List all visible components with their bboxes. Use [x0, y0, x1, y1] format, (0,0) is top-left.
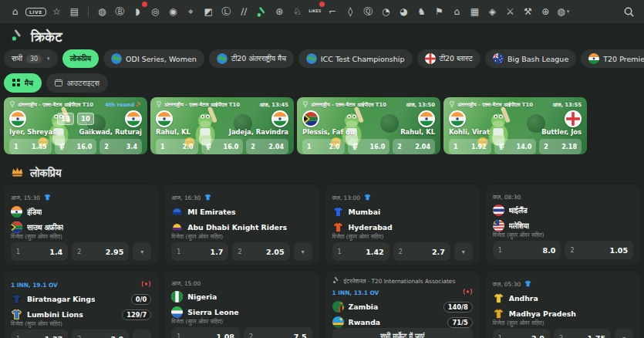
penalty-icon[interactable]: ▦: [467, 4, 482, 19]
match-card[interactable]: इंडिया · Syed Mushtaq Ali Trophyकल, 05:3…: [486, 271, 640, 338]
odds-button[interactable]: 11.42: [332, 242, 389, 261]
odds-button[interactable]: 21.75: [554, 329, 611, 338]
odds-button[interactable]: 11.4: [11, 242, 68, 261]
more-odds-dropdown[interactable]: ▾: [294, 242, 312, 261]
match-card[interactable]: इंटरनेशनल · T20 Internationals Associate…: [164, 271, 319, 338]
filter-chip[interactable]: टी20 अंतरराष्ट्रीय मैच: [209, 49, 294, 68]
more-odds-dropdown[interactable]: ▾: [454, 242, 473, 261]
bet-slips-icon[interactable]: ▤: [67, 4, 82, 19]
more-odds-dropdown[interactable]: ▾: [133, 242, 151, 261]
league-of-legends-icon[interactable]: Ⓛ: [219, 4, 234, 19]
match-card[interactable]: यूनाइटेड अरब एमिरेट्स · International Le…: [164, 184, 319, 265]
basketball-icon[interactable]: ◉: [166, 4, 180, 19]
lacrosse-icon[interactable]: ∕∕: [237, 4, 251, 19]
live-match-card[interactable]: अंतरराष्ट्रीय - एक्स-बैटल आईपीएल T10आज, …: [150, 97, 294, 154]
odds-button[interactable]: 11.92: [449, 139, 491, 154]
counter-strike-icon[interactable]: ⌖: [184, 4, 198, 19]
cyber-games-icon[interactable]: Ⓑ: [113, 4, 127, 19]
match-card[interactable]: Nepal · T20 Premier League1 INN, 19.1 OV…: [4, 271, 158, 338]
racing-flag-icon[interactable]: ⚑: [432, 4, 447, 19]
odds-button[interactable]: 11.37: [11, 330, 68, 338]
card-status-row: आज, 16:30: [171, 194, 312, 202]
filter-chip[interactable]: ODI Series, Women: [103, 49, 204, 68]
all-markets-button[interactable]: सभी मार्केट में जाएं: [332, 328, 473, 338]
tag-games-icon[interactable]: ◊: [343, 4, 358, 19]
tennis-icon[interactable]: ◎: [148, 4, 163, 19]
filter-chip[interactable]: Big Bash League: [485, 49, 576, 68]
arm-wrestling-icon[interactable]: ⚒: [521, 4, 535, 19]
tab-matches[interactable]: मैच: [4, 73, 42, 93]
odds-button[interactable]: 22.04: [246, 139, 288, 154]
match-status: आज, 13:45: [259, 102, 288, 108]
odds-button[interactable]: 11.7: [171, 242, 228, 261]
more-sports-icon[interactable]: ◍▾: [556, 4, 571, 19]
cricket-icon[interactable]: [255, 4, 269, 19]
filter-chip[interactable]: टी20 ब्लास्ट: [417, 49, 481, 68]
live-match-card[interactable]: अंतरराष्ट्रीय - एक्स-बैटल आईपीएल T104th …: [4, 97, 147, 154]
odds-button[interactable]: 22.05: [232, 242, 289, 261]
football-icon[interactable]: ◍: [95, 4, 110, 19]
home-icon[interactable]: ⌂: [8, 4, 22, 19]
odds-button[interactable]: ड्रॉ16.0: [55, 139, 97, 154]
odds-button[interactable]: 12.0: [302, 139, 345, 154]
odds-button[interactable]: 18.0: [493, 241, 561, 259]
field-hockey-icon[interactable]: ⌐: [325, 4, 340, 19]
table-tennis-icon[interactable]: ◔: [379, 4, 393, 19]
odds-button[interactable]: 22.18: [539, 139, 582, 154]
ice-hockey-icon[interactable]: ◩: [201, 4, 216, 19]
team-name: साउथ अफ्रीका: [27, 223, 63, 232]
odds-button[interactable]: 22.9: [72, 330, 129, 338]
likes-icon[interactable]: LIKES: [308, 4, 322, 19]
odds-button[interactable]: 22.04: [393, 139, 435, 154]
more-odds-dropdown[interactable]: ▾: [133, 330, 151, 338]
live-match-card[interactable]: अंतरराष्ट्रीय - एक्स-बैटल आईपीएल T10आज, …: [443, 97, 587, 154]
volleyball-icon[interactable]: ⊛: [272, 4, 287, 19]
odds-button[interactable]: 27.5: [244, 327, 312, 338]
tab-outrights[interactable]: आउटराइट्स: [46, 73, 108, 93]
odds-value: 1.45: [32, 144, 47, 150]
team-name: Mumbai: [349, 208, 381, 216]
odds-button[interactable]: ड्रॉ16.0: [348, 139, 390, 154]
page-title: क्रिकेट: [31, 29, 62, 45]
southafrica-flag-icon: [302, 110, 319, 127]
odds-label: 1: [453, 144, 458, 150]
odds-button[interactable]: ड्रॉ14.0: [494, 139, 537, 154]
bowls-icon[interactable]: ◕: [396, 4, 411, 19]
search-icon[interactable]: [622, 4, 636, 19]
more-odds-dropdown[interactable]: ▾: [615, 329, 633, 338]
horse-racing-icon[interactable]: ♘: [290, 4, 305, 19]
odds-button[interactable]: 22.7: [393, 242, 450, 261]
filter-chip[interactable]: लोकप्रिय: [62, 49, 99, 68]
market-label: विजेता (सुपर ओवर सहित): [493, 232, 633, 238]
efootball-icon[interactable]: ⌂: [450, 4, 464, 19]
odds-button[interactable]: 23.4: [99, 139, 142, 154]
globe-flag-icon: [306, 53, 317, 64]
filter-chip-all[interactable]: सभी30▾: [4, 49, 58, 68]
live-icon[interactable]: LIVE: [25, 8, 46, 16]
match-card[interactable]: इंडिया · Syed Mushtaq Ali Trophyकल, 13:0…: [325, 184, 480, 265]
favorites-icon[interactable]: ☆: [49, 4, 64, 19]
filter-chip[interactable]: ICC Test Championship: [298, 49, 413, 68]
wrestling-icon[interactable]: ⚔: [503, 4, 518, 19]
odds-label: 1: [498, 247, 502, 254]
chess-icon[interactable]: ♞: [414, 4, 429, 19]
odds-button[interactable]: ड्रॉ16.0: [201, 139, 244, 154]
darts-icon[interactable]: ◈: [485, 4, 500, 19]
odds-button[interactable]: 22.95: [72, 242, 129, 261]
match-card[interactable]: इंटरनेशनल · T20 SEA Gamesकल, 08:30थाईलैं…: [486, 184, 640, 265]
boxing-icon[interactable]: ◗: [130, 4, 145, 19]
odds-label: 2: [249, 333, 253, 338]
odds-button[interactable]: 12.0: [156, 139, 198, 154]
likes-label: LIKES: [309, 9, 321, 14]
england-flag-icon: [565, 110, 582, 127]
match-card[interactable]: इंटरनेशनल · T20 Internationals Associate…: [325, 271, 480, 338]
match-card[interactable]: इंटरनेशनल · टी20 अंतरराष्ट्रीय मैचआज, 15…: [4, 184, 158, 265]
odds-button[interactable]: 11.08: [171, 327, 240, 338]
baseball-icon[interactable]: ⊕: [538, 4, 553, 19]
odds-button[interactable]: 11.45: [9, 139, 52, 154]
filter-chip[interactable]: T20 Premier League, Women: [581, 49, 644, 68]
live-match-card[interactable]: अंतरराष्ट्रीय - एक्स-बैटल आईपीएल T10आज, …: [297, 97, 440, 154]
odds-button[interactable]: 12.0: [493, 329, 550, 338]
quidditch-icon[interactable]: Ⓠ: [361, 4, 376, 19]
odds-button[interactable]: 21.05: [565, 241, 633, 259]
